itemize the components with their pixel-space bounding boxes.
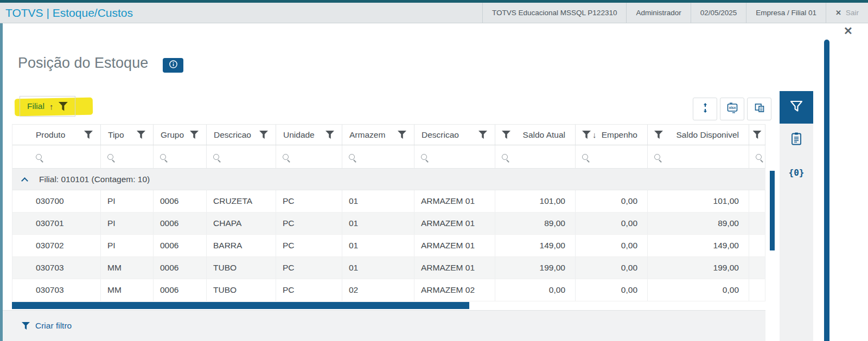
cell-grupo[interactable]: 0006 <box>154 235 207 256</box>
cell-descricao[interactable]: CHAPA <box>207 213 276 234</box>
cell-armazem[interactable]: 02 <box>342 279 414 301</box>
cell-tipo[interactable]: PI <box>101 190 154 212</box>
search-cell-armazem[interactable] <box>342 145 414 168</box>
cell-descricao-armazem[interactable]: ARMAZEM 01 <box>414 257 495 279</box>
search-input-descricao-armazem[interactable] <box>432 151 495 162</box>
filter-icon[interactable] <box>654 131 663 139</box>
cell-armazem[interactable]: 01 <box>342 257 414 279</box>
sort-descending-icon[interactable]: ↓ <box>592 130 597 139</box>
table-row[interactable]: 030703 MM 0006 TUBO PC 01 ARMAZEM 01 199… <box>12 257 765 279</box>
cell-saldo-atual[interactable]: 199,00 <box>495 257 576 279</box>
cell-descricao[interactable]: BARRA <box>207 235 276 256</box>
search-input-saldo-disponivel[interactable] <box>665 151 749 162</box>
column-header-produto[interactable]: Produto <box>12 125 101 145</box>
cell-unidade[interactable]: PC <box>276 257 342 279</box>
column-header-grupo[interactable]: Grupo <box>154 125 207 145</box>
cell-saldo-disponivel[interactable]: 149,00 <box>648 235 749 256</box>
cell-saldo-disponivel[interactable]: 89,00 <box>648 213 749 234</box>
filter-icon[interactable] <box>326 131 334 139</box>
cell-tipo[interactable]: PI <box>101 213 154 234</box>
create-filter-link[interactable]: Criar filtro <box>35 321 72 331</box>
chevron-up-icon[interactable] <box>21 177 28 184</box>
cell-descricao[interactable]: TUBO <box>207 279 276 301</box>
filter-icon[interactable] <box>84 131 93 139</box>
tab-variables[interactable]: {0} <box>780 156 813 189</box>
cell-armazem[interactable]: 01 <box>342 190 414 212</box>
logout-button[interactable]: ✕ Sair <box>826 3 868 23</box>
search-cell-tipo[interactable] <box>101 145 154 168</box>
cell-unidade[interactable]: PC <box>276 279 342 301</box>
cell-grupo[interactable]: 0006 <box>154 190 207 212</box>
filter-icon[interactable] <box>137 131 145 139</box>
cell-empenho[interactable]: 0,00 <box>576 213 648 234</box>
cell-grupo[interactable]: 0006 <box>154 257 207 279</box>
cell-saldo-atual[interactable]: 0,00 <box>495 279 576 301</box>
cell-descricao-armazem[interactable]: ARMAZEM 02 <box>414 279 495 301</box>
filter-icon[interactable] <box>582 131 591 139</box>
filter-icon[interactable] <box>190 131 199 139</box>
filter-icon[interactable] <box>502 131 510 139</box>
cell-produto[interactable]: 030703 <box>12 279 101 301</box>
adjust-rows-button[interactable] <box>693 98 717 120</box>
search-input-unidade[interactable] <box>293 151 342 162</box>
search-cell-descricao[interactable] <box>207 145 276 168</box>
cell-saldo-disponivel[interactable]: 101,00 <box>648 190 749 212</box>
search-input-produto[interactable] <box>47 151 100 162</box>
cell-empenho[interactable]: 0,00 <box>576 257 648 279</box>
search-cell-grupo[interactable] <box>154 145 207 168</box>
tab-clipboard[interactable] <box>780 124 813 156</box>
cell-saldo-disponivel[interactable]: 199,00 <box>648 257 749 279</box>
copy-button[interactable] <box>747 98 771 120</box>
search-input-tipo[interactable] <box>118 151 153 162</box>
column-header-descricao[interactable]: Descricao <box>207 125 276 145</box>
column-header-unidade[interactable]: Unidade <box>276 125 342 145</box>
cell-tipo[interactable]: MM <box>101 257 154 279</box>
column-header-extra[interactable] <box>749 125 765 145</box>
cell-empenho[interactable]: 0,00 <box>576 235 648 256</box>
search-input-grupo[interactable] <box>171 151 206 162</box>
search-input-saldo-atual[interactable] <box>513 151 575 162</box>
filter-icon[interactable] <box>259 131 268 139</box>
company-branch-label[interactable]: Empresa / Filial 01 <box>746 3 826 23</box>
cell-saldo-atual[interactable]: 89,00 <box>495 213 576 234</box>
cell-produto[interactable]: 030700 <box>12 190 101 212</box>
cell-empenho[interactable]: 0,00 <box>576 190 648 212</box>
table-row[interactable]: 030701 PI 0006 CHAPA PC 01 ARMAZEM 01 89… <box>12 213 765 235</box>
search-input-empenho[interactable] <box>593 151 647 162</box>
table-vertical-scrollbar[interactable] <box>770 171 775 250</box>
cell-grupo[interactable]: 0006 <box>154 279 207 301</box>
search-cell-saldo-atual[interactable] <box>495 145 576 168</box>
column-header-empenho[interactable]: ↓ Empenho <box>576 125 648 145</box>
filter-icon[interactable] <box>398 131 406 139</box>
tab-filter[interactable] <box>780 91 813 124</box>
search-input-armazem[interactable] <box>360 151 414 162</box>
cell-descricao-armazem[interactable]: ARMAZEM 01 <box>414 190 495 212</box>
page-vertical-scrollbar[interactable] <box>824 40 829 341</box>
cell-unidade[interactable]: PC <box>276 235 342 256</box>
horizontal-scrollbar[interactable] <box>12 302 765 310</box>
cell-saldo-atual[interactable]: 149,00 <box>495 235 576 256</box>
cell-grupo[interactable]: 0006 <box>154 213 207 234</box>
search-cell-unidade[interactable] <box>276 145 342 168</box>
group-by-filial-chip[interactable]: Filial ↑ <box>20 96 75 117</box>
cell-empenho[interactable]: 0,00 <box>576 279 648 301</box>
horizontal-scrollbar-thumb[interactable] <box>12 302 469 309</box>
group-row[interactable]: Filial: 010101 (Contagem: 10) <box>12 169 765 190</box>
cell-produto[interactable]: 030701 <box>12 213 101 234</box>
column-header-armazem[interactable]: Armazem <box>342 125 414 145</box>
cell-tipo[interactable]: PI <box>101 235 154 256</box>
cell-descricao[interactable]: TUBO <box>207 257 276 279</box>
info-button[interactable] <box>163 58 183 73</box>
cell-descricao[interactable]: CRUZETA <box>207 190 276 212</box>
cell-unidade[interactable]: PC <box>276 213 342 234</box>
column-header-saldo-atual[interactable]: Saldo Atual <box>495 125 576 145</box>
table-row[interactable]: 030702 PI 0006 BARRA PC 01 ARMAZEM 01 14… <box>12 235 765 257</box>
column-header-tipo[interactable]: Tipo <box>101 125 154 145</box>
close-icon[interactable]: ✕ <box>844 24 853 37</box>
cell-tipo[interactable]: MM <box>101 279 154 301</box>
cell-unidade[interactable]: PC <box>276 190 342 212</box>
filter-icon[interactable] <box>478 131 487 139</box>
cell-descricao-armazem[interactable]: ARMAZEM 01 <box>414 235 495 256</box>
cell-armazem[interactable]: 01 <box>342 213 414 234</box>
search-input-descricao[interactable] <box>224 151 276 162</box>
